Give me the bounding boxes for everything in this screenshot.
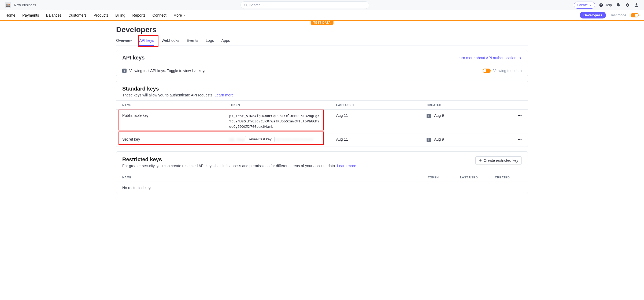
info-icon: i [427,114,431,118]
settings-icon[interactable] [625,2,630,8]
svg-point-4 [636,3,638,5]
nav-products[interactable]: Products [94,13,108,17]
standard-keys-card: Standard keys These keys will allow you … [116,81,528,147]
row-actions[interactable]: ••• [511,110,528,133]
arrow-right-icon [518,56,522,60]
col-name: NAME [116,101,223,110]
subtab-logs[interactable]: Logs [206,37,214,46]
restricted-sub-text: For greater security, you can create res… [122,164,337,168]
svg-line-1 [247,6,247,6]
nav-payments[interactable]: Payments [22,13,39,17]
test-data-badge: TEST DATA [311,20,334,25]
viewing-test-label: Viewing test data [493,69,522,73]
nav-connect[interactable]: Connect [153,13,166,17]
rcol-created: CREATED [495,176,522,179]
svg-point-0 [245,4,247,6]
search-input[interactable]: Search… [240,1,369,9]
restricted-empty: No restricted keys [116,182,528,194]
nav-items: Home Payments Balances Customers Product… [5,13,186,17]
learn-auth-label: Learn more about API authentication [456,56,516,60]
svg-text:?: ? [600,4,602,6]
navbar: Home Payments Balances Customers Product… [0,10,644,20]
key-created: iAug 9 [421,110,511,133]
subtab-apps[interactable]: Apps [221,37,230,46]
search-icon [244,3,248,7]
create-restricted-label: Create restricted key [484,158,518,163]
restricted-sub: For greater security, you can create res… [122,163,356,172]
chevron-down-icon [183,14,186,17]
test-data-ribbon: TEST DATA [0,20,644,21]
key-last-used: Aug 11 [330,133,421,147]
col-last: LAST USED [330,101,421,110]
note-text: Viewing test API keys. Toggle to view li… [129,69,207,73]
nav-billing[interactable]: Billing [115,13,125,17]
create-restricted-button[interactable]: Create restricted key [475,156,522,164]
developers-pill[interactable]: Developers [580,12,606,18]
subtab-api-keys[interactable]: API keys [139,37,154,46]
rcol-name: NAME [122,176,428,179]
standard-keys-table: NAME TOKEN LAST USED CREATED Publishable… [116,100,528,147]
test-mode-toggle[interactable] [631,13,639,17]
info-icon: i [122,69,127,73]
key-row-secret: Secret key sk_test_•••••••••••••••••••••… [116,133,528,147]
std-sub-text: These keys will allow you to authenticat… [122,93,214,97]
standard-keys-sub: These keys will allow you to authenticat… [116,92,528,100]
restricted-keys-card: Restricted keys For greater security, yo… [116,151,528,194]
nav-more-label: More [173,13,182,17]
col-token: TOKEN [223,101,330,110]
chevron-down-icon [589,4,592,6]
rcol-token: TOKEN [428,176,460,179]
nav-balances[interactable]: Balances [46,13,62,17]
topbar: 🏬 New Business Search… Create ? Help [0,0,644,10]
key-last-used: Aug 11 [330,110,421,133]
account-icon[interactable] [634,2,639,8]
create-button[interactable]: Create [574,2,595,9]
help-label: Help [605,3,612,7]
restricted-title: Restricted keys [122,156,356,163]
help-link[interactable]: ? Help [599,3,612,7]
restricted-learn-link[interactable]: Learn more [337,164,356,168]
reveal-key-button[interactable]: Reveal test key [245,136,275,142]
business-name[interactable]: New Business [14,3,36,7]
key-name: Publishable key [116,110,223,133]
nav-reports[interactable]: Reports [132,13,146,17]
col-created: CREATED [421,101,511,110]
help-icon: ? [599,3,603,7]
subtab-overview[interactable]: Overview [116,37,132,46]
key-row-publishable: Publishable key pk_test_51Nd4fgHCnRPGqR9… [116,110,528,133]
nav-more[interactable]: More [173,13,186,17]
page-title: Developers [116,25,528,34]
subtab-webhooks[interactable]: Webhooks [162,37,179,46]
view-test-toggle[interactable] [483,69,491,73]
std-learn-link[interactable]: Learn more [214,93,234,97]
restricted-columns: NAME TOKEN LAST USED CREATED [116,172,528,182]
nav-customers[interactable]: Customers [68,13,87,17]
key-created: iAug 9 [421,133,511,147]
plus-icon [479,159,482,162]
subtab-events[interactable]: Events [187,37,198,46]
notifications-icon[interactable] [616,2,621,8]
api-keys-heading: API keys [122,55,145,61]
business-logo[interactable]: 🏬 [5,2,11,8]
subtabs: Overview API keys Webhooks Events Logs A… [116,37,528,46]
test-mode-label: Test mode [610,13,626,17]
rcol-last: LAST USED [460,176,495,179]
api-keys-card: API keys Learn more about API authentica… [116,50,528,76]
create-label: Create [577,3,588,7]
search-placeholder: Search… [249,3,264,7]
standard-keys-title: Standard keys [116,81,528,92]
info-icon: i [427,138,431,142]
nav-home[interactable]: Home [5,13,15,17]
learn-auth-link[interactable]: Learn more about API authentication [456,56,522,60]
key-token[interactable]: pk_test_51Nd4fgHCnRPGqR9hFYxl3BRuQ31B28g… [229,113,320,129]
row-actions[interactable]: ••• [511,133,528,147]
key-name: Secret key [116,133,223,147]
